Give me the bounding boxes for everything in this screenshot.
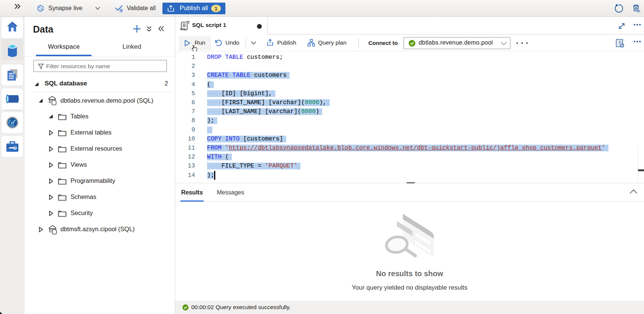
svg-text:1: 1	[215, 6, 218, 12]
